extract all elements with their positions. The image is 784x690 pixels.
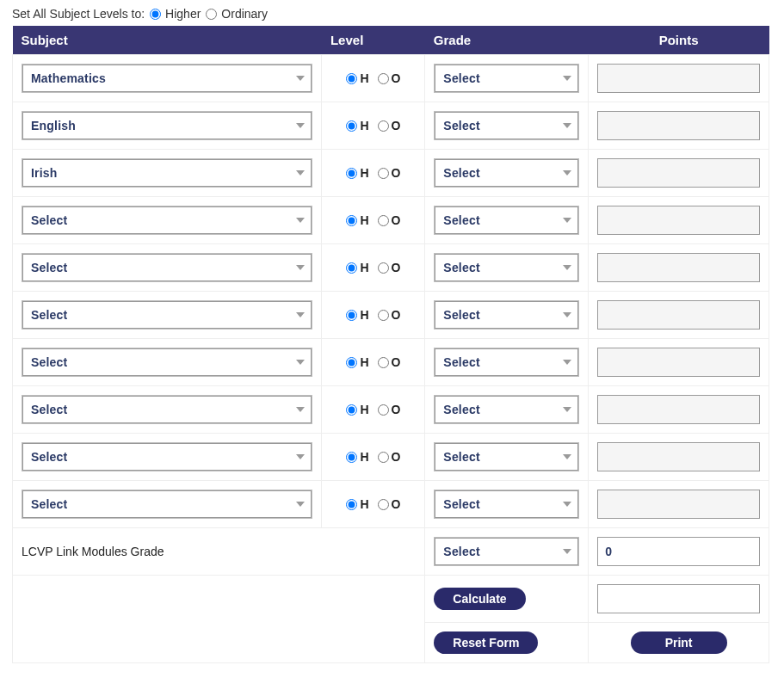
- set-all-higher-input[interactable]: [150, 9, 161, 20]
- level-o-radio[interactable]: O: [378, 166, 401, 180]
- level-radio-group: H O: [330, 261, 416, 274]
- level-o-input[interactable]: [378, 452, 389, 463]
- grade-select[interactable]: Select: [434, 490, 579, 519]
- level-h-input[interactable]: [346, 499, 357, 510]
- level-h-radio[interactable]: H: [346, 261, 368, 274]
- level-h-radio[interactable]: H: [346, 355, 368, 369]
- subject-select[interactable]: Select: [22, 442, 312, 471]
- grade-select[interactable]: Select: [434, 300, 579, 330]
- set-all-higher-radio[interactable]: Higher: [150, 7, 201, 21]
- chevron-down-icon: [563, 76, 571, 81]
- level-h-text: H: [360, 450, 368, 464]
- level-h-radio[interactable]: H: [346, 497, 368, 511]
- level-radio-group: H O: [330, 213, 416, 227]
- level-o-radio[interactable]: O: [378, 403, 401, 416]
- level-o-radio[interactable]: O: [378, 261, 401, 274]
- level-h-input[interactable]: [346, 310, 357, 321]
- level-h-input[interactable]: [346, 357, 357, 368]
- level-o-input[interactable]: [378, 404, 389, 416]
- subject-select[interactable]: Select: [22, 300, 312, 330]
- level-h-radio[interactable]: H: [346, 166, 368, 180]
- subject-select-text: Irish: [31, 166, 58, 180]
- level-o-input[interactable]: [378, 262, 389, 274]
- chevron-down-icon: [296, 502, 305, 507]
- lcvp-grade-text: Select: [443, 545, 479, 558]
- level-h-input[interactable]: [346, 168, 357, 179]
- level-h-input[interactable]: [346, 120, 357, 132]
- level-radio-group: H O: [330, 166, 416, 180]
- level-h-input[interactable]: [346, 215, 357, 226]
- level-h-input[interactable]: [346, 404, 357, 416]
- level-o-radio[interactable]: O: [378, 450, 401, 464]
- grade-select[interactable]: Select: [434, 395, 579, 424]
- level-o-radio[interactable]: O: [378, 497, 401, 511]
- lcvp-grade-select[interactable]: Select: [434, 537, 579, 566]
- points-box: [597, 158, 760, 188]
- subject-select-text: Select: [31, 355, 67, 369]
- header-grade: Grade: [425, 26, 589, 55]
- level-h-input[interactable]: [346, 73, 357, 84]
- subject-select[interactable]: Select: [22, 490, 312, 519]
- level-o-input[interactable]: [378, 168, 389, 179]
- subject-select[interactable]: English: [22, 111, 312, 140]
- grade-select[interactable]: Select: [434, 111, 579, 140]
- subject-select-text: Mathematics: [31, 71, 106, 85]
- level-o-input[interactable]: [378, 120, 389, 132]
- subject-select-text: Select: [31, 308, 67, 322]
- chevron-down-icon: [563, 549, 571, 554]
- subject-select[interactable]: Select: [22, 253, 312, 282]
- level-radio-group: H O: [330, 355, 416, 369]
- chevron-down-icon: [296, 454, 305, 459]
- level-h-radio[interactable]: H: [346, 450, 368, 464]
- set-all-levels-row: Set All Subject Levels to: Higher Ordina…: [12, 7, 772, 21]
- points-box: [597, 206, 760, 235]
- grade-select[interactable]: Select: [434, 206, 579, 235]
- level-radio-group: H O: [330, 308, 416, 322]
- level-h-radio[interactable]: H: [346, 403, 368, 416]
- level-h-radio[interactable]: H: [346, 71, 368, 85]
- level-o-text: O: [392, 213, 401, 227]
- set-all-ordinary-input[interactable]: [206, 9, 217, 20]
- level-o-input[interactable]: [378, 310, 389, 321]
- subject-select[interactable]: Irish: [22, 158, 312, 188]
- level-o-input[interactable]: [378, 215, 389, 226]
- level-h-text: H: [360, 497, 368, 511]
- level-o-input[interactable]: [378, 73, 389, 84]
- grade-select-text: Select: [443, 71, 479, 85]
- subject-select[interactable]: Select: [22, 206, 312, 235]
- level-h-input[interactable]: [346, 262, 357, 274]
- print-button[interactable]: Print: [631, 631, 727, 654]
- table-row: Irish H O Select: [13, 150, 769, 197]
- level-o-radio[interactable]: O: [378, 213, 401, 227]
- grade-select[interactable]: Select: [434, 253, 579, 282]
- header-level: Level: [322, 26, 425, 55]
- level-h-radio[interactable]: H: [346, 119, 368, 132]
- level-o-radio[interactable]: O: [378, 355, 401, 369]
- level-h-radio[interactable]: H: [346, 308, 368, 322]
- level-h-text: H: [360, 261, 368, 274]
- grade-select[interactable]: Select: [434, 348, 579, 377]
- level-o-radio[interactable]: O: [378, 119, 401, 132]
- level-h-input[interactable]: [346, 452, 357, 463]
- header-points: Points: [589, 26, 769, 55]
- grade-select-text: Select: [443, 450, 479, 464]
- set-all-ordinary-radio[interactable]: Ordinary: [206, 7, 268, 21]
- reset-button[interactable]: Reset Form: [434, 631, 538, 654]
- grade-select[interactable]: Select: [434, 64, 579, 93]
- calculate-button[interactable]: Calculate: [434, 588, 525, 610]
- subject-select[interactable]: Mathematics: [22, 64, 312, 93]
- level-o-radio[interactable]: O: [378, 71, 401, 85]
- level-h-radio[interactable]: H: [346, 213, 368, 227]
- subject-select[interactable]: Select: [22, 395, 312, 424]
- grade-select[interactable]: Select: [434, 158, 579, 188]
- level-o-radio[interactable]: O: [378, 308, 401, 322]
- level-o-input[interactable]: [378, 499, 389, 510]
- grade-select-text: Select: [443, 355, 479, 369]
- level-o-input[interactable]: [378, 357, 389, 368]
- grade-select[interactable]: Select: [434, 442, 579, 471]
- level-o-text: O: [392, 71, 401, 85]
- subject-select[interactable]: Select: [22, 348, 312, 377]
- points-box: [597, 348, 760, 377]
- table-row: Mathematics H O Select: [13, 55, 769, 102]
- points-box: [597, 442, 760, 471]
